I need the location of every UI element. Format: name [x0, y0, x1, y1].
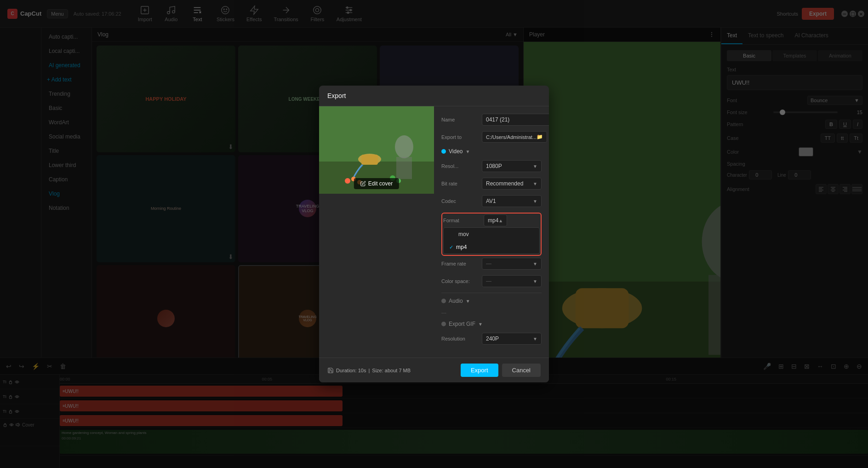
codec-select[interactable]: AV1 ▼ [482, 195, 542, 207]
gif-resolution-label: Resolution [441, 336, 478, 341]
name-label: Name [441, 117, 478, 122]
modal-footer: Duration: 10s | Size: about 7 MB Export … [319, 358, 549, 382]
svg-point-56 [345, 178, 350, 184]
bitrate-select[interactable]: Recommended ▼ [482, 178, 542, 190]
color-space-arrow: ▼ [533, 279, 537, 284]
modal-overlay: Export [0, 0, 868, 468]
gif-resolution-select[interactable]: 240P ▼ [482, 333, 542, 345]
frame-rate-arrow: ▼ [533, 261, 537, 266]
color-space-row: Color space: — ▼ [441, 275, 542, 287]
format-options-dropdown: mov ✓ mp4 [443, 227, 540, 254]
format-select[interactable]: mp4 ▲ [484, 214, 507, 226]
format-dropdown-border: Format mp4 ▲ mov ✓ [441, 213, 542, 256]
gif-arrow-icon: ▼ [478, 322, 483, 327]
video-toggle-dot [441, 149, 446, 154]
modal-preview: Edit cover [319, 106, 434, 358]
video-section-toggle[interactable]: Video ▼ [441, 148, 542, 155]
audio-section-toggle[interactable]: Audio ▼ [441, 298, 542, 304]
frame-rate-label: Frame rate [441, 261, 478, 266]
modal-body: Edit cover Name Export to C:/Users/Admin… [319, 106, 549, 358]
frame-rate-row: Frame rate — ▼ [441, 258, 542, 270]
audio-value-row: --- [441, 310, 542, 315]
resolution-select[interactable]: 1080P ▼ [482, 160, 542, 172]
name-input[interactable] [482, 114, 549, 126]
resolution-label: Resol... [441, 163, 478, 169]
video-label: Video [449, 148, 463, 155]
folder-icon[interactable]: 📁 [537, 134, 543, 140]
export-button[interactable]: Export [461, 364, 498, 377]
format-arrow: ▲ [498, 218, 503, 223]
video-arrow-icon: ▼ [465, 149, 470, 154]
svg-rect-62 [396, 157, 412, 179]
audio-arrow-icon: ▼ [466, 299, 470, 304]
gif-resolution-row: Resolution 240P ▼ [441, 333, 542, 345]
footer-actions: Export Cancel [461, 364, 541, 377]
audio-label: Audio [449, 298, 463, 304]
duration-info: Duration: 10s | Size: about 7 MB [327, 367, 411, 374]
export-modal: Export [319, 86, 549, 382]
format-row-container: Format mp4 ▲ mov ✓ [441, 213, 542, 256]
codec-arrow: ▼ [533, 199, 537, 204]
bitrate-label: Bit rate [441, 181, 478, 186]
resolution-arrow: ▼ [533, 164, 537, 169]
export-to-row: Export to C:/Users/Administrat... 📁 [441, 131, 542, 143]
audio-value: --- [441, 310, 446, 315]
color-space-select[interactable]: — ▼ [482, 275, 542, 287]
bitrate-arrow: ▼ [533, 181, 537, 186]
color-space-label: Color space: [441, 278, 478, 284]
edit-icon [360, 181, 366, 186]
format-row: Format mp4 ▲ [443, 214, 540, 226]
check-icon: ✓ [449, 244, 453, 250]
cancel-button[interactable]: Cancel [502, 364, 541, 377]
svg-rect-55 [361, 155, 378, 165]
name-row: Name [441, 114, 542, 126]
export-to-label: Export to [441, 134, 478, 140]
format-option-mp4[interactable]: ✓ mp4 [444, 241, 539, 254]
gif-toggle-dot [441, 322, 446, 326]
modal-header: Export [319, 86, 549, 106]
save-icon [327, 367, 334, 374]
preview-image: Edit cover [319, 106, 434, 194]
gif-section-toggle[interactable]: Export GIF ▼ [441, 321, 542, 327]
format-option-mov[interactable]: mov [444, 228, 539, 241]
frame-rate-select[interactable]: — ▼ [482, 258, 542, 270]
gif-label: Export GIF [449, 321, 475, 327]
bitrate-row: Bit rate Recommended ▼ [441, 178, 542, 190]
modal-form: Name Export to C:/Users/Administrat... 📁… [434, 106, 549, 358]
audio-toggle-dot [441, 299, 446, 303]
svg-point-61 [395, 135, 413, 158]
codec-label: Codec [441, 198, 478, 204]
gif-resolution-arrow: ▼ [533, 336, 537, 341]
export-path-display[interactable]: C:/Users/Administrat... 📁 [482, 131, 547, 143]
edit-cover-button[interactable]: Edit cover [354, 178, 399, 189]
codec-row: Codec AV1 ▼ [441, 195, 542, 207]
resolution-row: Resol... 1080P ▼ [441, 160, 542, 172]
audio-divider: Audio ▼ --- [441, 293, 542, 315]
format-label: Format [443, 218, 480, 223]
